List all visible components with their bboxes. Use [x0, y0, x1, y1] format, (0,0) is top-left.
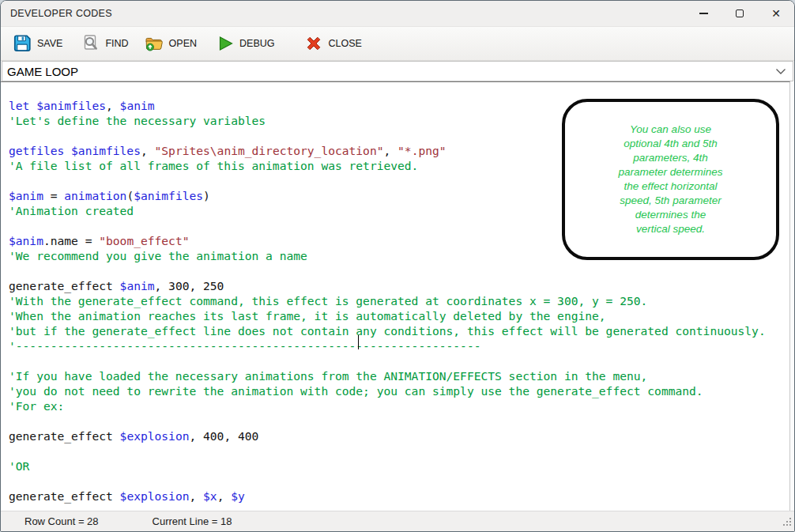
code-segment: $x: [203, 489, 217, 503]
window-controls: ✕: [685, 1, 794, 26]
debug-play-icon: [216, 34, 235, 53]
row-count-label: Row Count = 28: [24, 515, 99, 527]
code-segment: "Sprites\anim_directory_location": [155, 144, 384, 157]
code-segment: $explosion: [120, 429, 190, 443]
developer-codes-window: DEVELOPER CODES ✕ SAVE: [0, 0, 795, 532]
code-segment: $anim: [120, 99, 155, 112]
section-selector[interactable]: GAME LOOP: [2, 61, 793, 81]
code-line: [9, 263, 789, 278]
code-segment: $animfiles: [36, 99, 106, 112]
code-line: 'but if the generate_effect line does no…: [9, 323, 789, 338]
callout-line: parameters, 4th: [580, 151, 762, 165]
code-line: [9, 413, 789, 428]
minimize-icon: [699, 13, 708, 13]
find-button[interactable]: FIND: [77, 32, 133, 55]
chevron-down-icon: [775, 64, 786, 78]
code-line: [9, 474, 789, 489]
callout-line: the effect horizontal: [580, 179, 762, 194]
code-segment: .name =: [43, 234, 99, 247]
code-segment: $explosion: [120, 489, 190, 503]
code-segment: 'If you have loaded the necessary animat…: [9, 369, 647, 383]
code-segment: 'For ex:: [9, 399, 64, 413]
code-segment: ,: [106, 99, 120, 112]
code-segment: (: [126, 189, 134, 202]
code-line: generate_effect $anim, 300, 250: [9, 278, 789, 293]
callout-line: You can also use: [580, 123, 762, 137]
callout-line: optional 4th and 5th: [580, 137, 762, 151]
code-segment: 'We recommend you give the animation a n…: [9, 249, 307, 262]
code-line: 'For ex:: [9, 398, 789, 413]
code-segment: 'A file list of all frames of this anima…: [9, 159, 418, 172]
code-segment: ,: [383, 144, 398, 157]
find-button-label: FIND: [105, 38, 128, 49]
code-segment: animation: [64, 189, 126, 202]
code-segment: $animfiles: [71, 144, 141, 157]
close-window-icon: ✕: [771, 8, 781, 19]
callout-text: You can also useoptional 4th and 5thpara…: [580, 123, 762, 236]
section-selector-value: GAME LOOP: [7, 65, 78, 78]
code-segment: ): [203, 189, 210, 202]
callout-line: determines the: [580, 208, 762, 222]
code-segment: generate_effect: [9, 279, 120, 292]
callout-bubble: You can also useoptional 4th and 5thpara…: [562, 99, 779, 260]
code-segment: generate_effect: [9, 489, 120, 503]
code-segment: $animfiles: [134, 189, 203, 202]
callout-line: vertical speed.: [580, 222, 762, 236]
close-window-button[interactable]: ✕: [758, 1, 794, 26]
maximize-button[interactable]: [722, 1, 758, 26]
code-line: [9, 353, 789, 368]
code-segment: 'Let's define the necessary variables: [9, 114, 266, 127]
debug-button-label: DEBUG: [239, 38, 274, 49]
code-segment: generate_effect: [9, 429, 120, 443]
toolbar: SAVE FIND OPEN: [1, 26, 794, 61]
code-segment: $y: [231, 489, 245, 503]
code-line: 'With the generate_effect command, this …: [9, 293, 789, 308]
resize-grip-icon[interactable]: [782, 516, 792, 529]
text-caret: [358, 335, 359, 349]
callout-line: parameter determines: [580, 165, 762, 179]
debug-button[interactable]: DEBUG: [211, 32, 279, 55]
code-segment: $anim: [9, 234, 43, 247]
code-segment: 'but if the generate_effect line does no…: [9, 324, 766, 338]
editor-right-strip: [790, 82, 793, 511]
save-button[interactable]: SAVE: [7, 31, 67, 56]
code-line: 'OR: [9, 458, 789, 474]
code-segment: 'OR: [9, 459, 29, 473]
save-button-label: SAVE: [37, 38, 62, 49]
code-segment: 'With the generate_effect command, this …: [9, 294, 647, 308]
code-line: 'If you have loaded the necessary animat…: [9, 368, 789, 383]
code-segment: 'you do not need to rewrite the animatio…: [9, 384, 703, 398]
window-title: DEVELOPER CODES: [10, 8, 112, 19]
save-floppy-icon: [12, 33, 32, 54]
code-segment: 'When the animation reaches its last fra…: [9, 309, 606, 323]
open-button[interactable]: OPEN: [139, 32, 202, 55]
minimize-button[interactable]: [685, 1, 722, 26]
code-segment: ,: [141, 144, 155, 157]
open-button-label: OPEN: [169, 38, 197, 49]
code-line: generate_effect $explosion, 400, 400: [9, 428, 789, 443]
close-button[interactable]: CLOSE: [300, 32, 366, 55]
open-folder-icon: [144, 34, 164, 53]
code-segment: 'Animation created: [9, 204, 134, 217]
code-segment: getfiles: [9, 144, 71, 157]
current-line-label: Current Line = 18: [153, 515, 232, 527]
find-magnifier-icon: [81, 34, 100, 53]
code-segment: $anim: [9, 189, 43, 202]
maximize-icon: [736, 9, 744, 17]
code-segment: =: [43, 189, 64, 202]
code-segment: , 400, 400: [189, 429, 258, 443]
code-segment: let: [9, 99, 36, 112]
code-line: 'you do not need to rewrite the animatio…: [9, 383, 789, 398]
code-line: [9, 443, 789, 458]
status-bar: Row Count = 28 Current Line = 18: [1, 511, 794, 531]
close-button-label: CLOSE: [328, 38, 361, 49]
code-segment: "*.png": [398, 144, 446, 157]
code-line: generate_effect $explosion, $x, $y: [9, 489, 789, 504]
title-bar: DEVELOPER CODES ✕: [1, 1, 794, 26]
code-segment: '---------------------------------------…: [9, 339, 480, 353]
code-segment: "boom_effect": [99, 234, 189, 247]
code-segment: ,: [217, 489, 232, 503]
code-segment: , 300, 250: [155, 279, 224, 292]
callout-line: speed, 5th parameter: [580, 194, 762, 208]
code-segment: $anim: [120, 279, 155, 292]
